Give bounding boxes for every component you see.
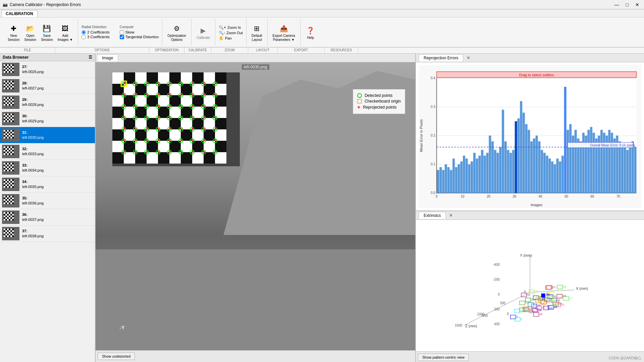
data-browser-menu-icon[interactable]: ☰	[89, 55, 92, 60]
zoom-out-label: Zoom Out	[226, 31, 243, 35]
list-item[interactable]: 37:left-0038.png	[0, 226, 95, 242]
pan-button[interactable]: ✋ Pan	[219, 36, 232, 41]
legend-box: Detected points Checkerboard origin + Re…	[353, 89, 405, 114]
radio-2coeff[interactable]	[82, 30, 86, 35]
add-images-label: AddImages ▼	[58, 34, 73, 42]
tangential-label[interactable]: Tangential Distortion	[120, 35, 159, 39]
image-panel-header: Image	[96, 54, 415, 62]
list-item[interactable]: 29:left-0028.png	[0, 94, 95, 111]
radio-3coeff[interactable]	[82, 35, 86, 39]
list-item-info: 30:left-0029.png	[22, 114, 44, 124]
radio-3coeff-label[interactable]: 3 Coefficients	[82, 35, 109, 39]
close-button[interactable]: ✕	[633, 2, 641, 7]
pan-icon: ✋	[219, 36, 224, 41]
extrinsics-content	[416, 220, 644, 351]
app-icon: 📷	[3, 2, 8, 7]
optimization-label: OptimizationOptions	[167, 34, 186, 42]
help-buttons: ❓ Help	[304, 19, 317, 46]
save-session-button[interactable]: 💾 SaveSession	[39, 23, 55, 43]
list-item[interactable]: 32:left-0033.png	[0, 143, 95, 160]
section-resources: RESOURCES	[325, 48, 358, 53]
export-buttons: 📤 Export CameraParameters ▼	[271, 19, 297, 46]
list-item[interactable]: 36:left-0037.png	[0, 209, 95, 226]
show-pattern-centric-button[interactable]: Show pattern-centric view	[418, 354, 469, 361]
data-browser-list: 27:left-0026.png28:left-0027.png29:left-…	[0, 61, 95, 362]
optimization-icon: ⚙	[172, 24, 181, 33]
tangential-text: Tangential Distortion	[125, 35, 159, 39]
help-button[interactable]: ❓ Help	[304, 25, 317, 41]
reprojected-icon: +	[357, 105, 360, 110]
reprojection-header: Reprojection Errors ✕	[416, 54, 644, 62]
save-session-label: SaveSession	[41, 34, 53, 42]
list-item-info: 35:left-0036.png	[22, 196, 44, 206]
thumbnail	[2, 178, 19, 191]
show-undistorted-button[interactable]: Show undistorted	[98, 353, 135, 360]
image-panel: Image left-0030.png ↓Y Detected points	[96, 54, 416, 362]
default-layout-button[interactable]: ⊞ DefaultLayout	[250, 23, 264, 43]
zoom-in-button[interactable]: 🔍+ Zoom In	[219, 25, 241, 30]
new-session-button[interactable]: ✚ NewSession	[6, 23, 21, 43]
list-item-info: 29:left-0028.png	[22, 97, 44, 108]
thumbnail	[2, 63, 19, 76]
legend-reprojected: + Reprojected points	[357, 105, 401, 110]
skew-checkbox[interactable]	[120, 30, 124, 35]
skew-text: Skew	[125, 30, 135, 34]
layout-icon: ⊞	[252, 24, 262, 33]
extrinsics-close-button[interactable]: ✕	[448, 213, 454, 218]
thumbnail	[2, 112, 19, 125]
list-item[interactable]: 33:left-0034.png	[0, 160, 95, 176]
calibrate-button[interactable]: ▶ Calibrate	[195, 25, 212, 41]
open-session-button[interactable]: 📂 OpenSession	[23, 23, 38, 43]
list-item[interactable]: 30:left-0029.png	[0, 111, 95, 127]
extrinsics-chart[interactable]	[416, 220, 644, 351]
calibrate-label: Calibrate	[197, 36, 210, 40]
thumbnail	[2, 227, 19, 240]
tangential-checkbox[interactable]	[120, 35, 124, 39]
zoom-buttons: 🔍+ Zoom In 🔍- Zoom Out ✋ Pan	[219, 19, 243, 46]
export-label: Export CameraParameters ▼	[273, 34, 295, 42]
skew-label[interactable]: Skew	[120, 30, 159, 35]
section-optimization: OPTIMIZATION	[149, 48, 184, 53]
thumbnail	[2, 210, 19, 224]
list-item-info: 36:left-0037.png	[22, 212, 44, 223]
right-panel: Reprojection Errors ✕ Extrinsics ✕ Show …	[416, 54, 644, 362]
export-camera-button[interactable]: 📤 Export CameraParameters ▼	[271, 23, 297, 43]
list-item[interactable]: 31:left-0030.png	[0, 127, 95, 143]
list-item[interactable]: 35:left-0036.png	[0, 193, 95, 209]
layout-label: DefaultLayout	[252, 34, 262, 42]
extrinsics-header: Extrinsics ✕	[416, 211, 644, 220]
list-item[interactable]: 28:left-0027.png	[0, 78, 95, 94]
thumbnail	[2, 145, 19, 158]
toolbar-calibrate-group: ▶ Calibrate	[192, 19, 215, 46]
zoom-out-button[interactable]: 🔍- Zoom Out	[219, 31, 243, 35]
ribbon-tab-calibration[interactable]: CALIBRATION	[1, 10, 38, 17]
list-item[interactable]: 34:left-0035.png	[0, 176, 95, 193]
radial-distortion-label: Radial Distortion:	[82, 25, 109, 29]
list-item-info: 31:left-0030.png	[22, 130, 44, 140]
extrinsics-tab[interactable]: Extrinsics	[419, 212, 446, 219]
y-arrow: ↓Y	[119, 325, 124, 330]
section-layout: LAYOUT	[248, 48, 278, 53]
radial-distortion-options: Radial Distortion: 2 Coefficients 3 Coef…	[82, 25, 109, 40]
optimization-options-button[interactable]: ⚙ OptimizationOptions	[166, 23, 188, 43]
maximize-button[interactable]: □	[624, 2, 631, 7]
watermark: CSDN @ZARD柚心	[609, 356, 641, 361]
list-item[interactable]: 27:left-0026.png	[0, 61, 95, 78]
checker-canvas	[112, 72, 240, 166]
section-options: OPTIONS	[55, 48, 149, 53]
add-images-button[interactable]: 🖼 AddImages ▼	[56, 23, 74, 43]
calibrate-icon: ▶	[199, 26, 208, 35]
main-content: Data Browser ☰ 27:left-0026.png28:left-0…	[0, 54, 644, 362]
reprojection-chart[interactable]	[419, 65, 641, 208]
radio-2coeff-text: 2 Coefficients	[87, 30, 109, 34]
data-browser-panel: Data Browser ☰ 27:left-0026.png28:left-0…	[0, 54, 96, 362]
section-calibrate: CALIBRATE	[184, 48, 211, 53]
radio-2coeff-label[interactable]: 2 Coefficients	[82, 30, 109, 35]
pan-label: Pan	[225, 36, 232, 40]
detected-label: Detected points	[365, 93, 392, 98]
reprojection-tab[interactable]: Reprojection Errors	[419, 54, 463, 61]
detected-icon	[357, 93, 362, 98]
reprojection-close-button[interactable]: ✕	[465, 55, 472, 60]
image-tab[interactable]: Image	[97, 54, 118, 61]
minimize-button[interactable]: —	[612, 2, 621, 7]
